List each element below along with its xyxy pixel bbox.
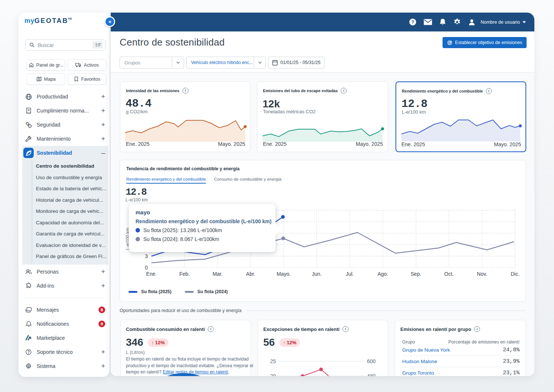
svg-text:?: ? (411, 20, 414, 25)
svg-text:3: 3 (145, 253, 148, 259)
svg-text:Mar.: Mar. (213, 271, 223, 277)
svg-text:20: 20 (270, 373, 276, 376)
svg-text:Oct.: Oct. (444, 271, 454, 277)
svg-text:Ago.: Ago. (377, 271, 388, 277)
svg-text:Abr.: Abr. (246, 271, 255, 277)
svg-text:Jul.: Jul. (346, 271, 354, 277)
svg-text:Mayo.: Mayo. (277, 271, 291, 277)
svg-text:Sep.: Sep. (411, 271, 421, 277)
svg-text:600: 600 (367, 358, 376, 364)
svg-text:Jun.: Jun. (312, 271, 321, 277)
svg-text:480: 480 (367, 373, 376, 376)
svg-text:Feb.: Feb. (179, 271, 190, 277)
svg-text:Nov.: Nov. (477, 271, 487, 277)
svg-text:0: 0 (145, 265, 148, 271)
svg-text:Dic.: Dic. (511, 271, 520, 277)
svg-text:25: 25 (270, 358, 276, 364)
svg-text:Ene.: Ene. (146, 271, 157, 277)
